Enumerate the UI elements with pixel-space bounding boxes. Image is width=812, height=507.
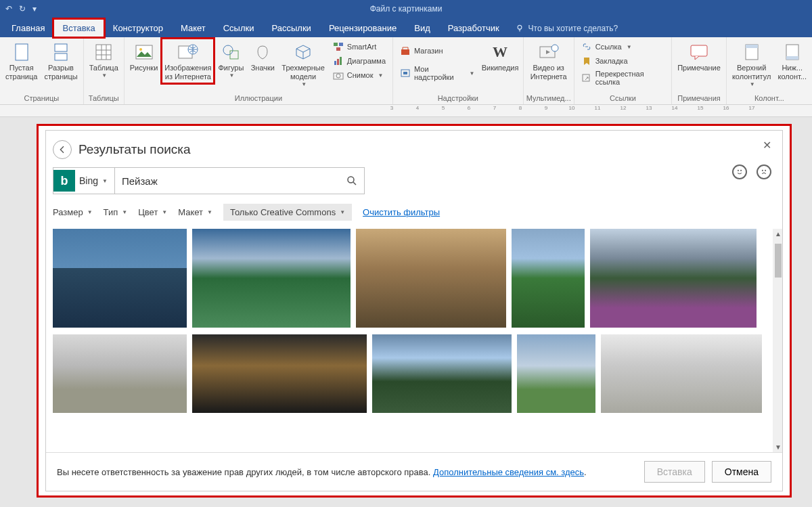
- page-break-icon: [53, 43, 68, 62]
- svg-rect-19: [337, 59, 339, 65]
- filter-size[interactable]: Размер▼: [53, 207, 93, 217]
- ribbon-tabs: Главная Вставка Конструктор Макет Ссылки…: [0, 17, 812, 37]
- svg-rect-20: [340, 57, 342, 65]
- header-button[interactable]: Верхний колонтитул▼: [729, 39, 774, 90]
- chevron-down-icon: ▼: [340, 209, 345, 215]
- tab-mailings[interactable]: Рассылки: [263, 19, 320, 37]
- result-thumbnail[interactable]: [601, 334, 762, 413]
- tab-insert[interactable]: Вставка: [53, 19, 104, 37]
- svg-rect-15: [334, 43, 338, 46]
- link-button[interactable]: Ссылка▼: [577, 40, 669, 53]
- scroll-down-icon[interactable]: ▼: [775, 443, 782, 451]
- learn-more-link[interactable]: Дополнительные сведения см. здесь: [433, 467, 584, 477]
- group-tables: Таблица ▼ Таблицы: [84, 37, 125, 104]
- blank-page-button[interactable]: Пустая страница: [3, 39, 40, 83]
- clear-filters-link[interactable]: Очистить фильтры: [363, 207, 440, 217]
- svg-rect-2: [55, 44, 67, 51]
- filter-type[interactable]: Тип▼: [104, 207, 128, 217]
- svg-point-38: [348, 177, 354, 183]
- online-pictures-button[interactable]: Изображения из Интернета: [162, 39, 214, 83]
- chart-button[interactable]: Диаграмма: [329, 54, 390, 68]
- tab-layout[interactable]: Макет: [172, 19, 215, 37]
- svg-point-0: [518, 25, 522, 29]
- chevron-down-icon: ▼: [301, 81, 307, 88]
- svg-rect-18: [334, 61, 336, 65]
- tab-view[interactable]: Вид: [405, 19, 439, 37]
- svg-rect-4: [96, 45, 111, 60]
- svg-rect-14: [230, 51, 238, 59]
- search-input[interactable]: [115, 175, 340, 187]
- tab-developer[interactable]: Разработчик: [439, 19, 508, 37]
- bookmark-button[interactable]: Закладка: [577, 54, 669, 68]
- tab-review[interactable]: Рецензирование: [320, 19, 405, 37]
- insert-button[interactable]: Вставка: [644, 461, 705, 483]
- chevron-down-icon: ▼: [162, 209, 167, 215]
- chevron-down-icon: ▼: [229, 72, 234, 79]
- results-grid: ▲ ▼: [46, 229, 782, 452]
- chevron-down-icon: ▼: [750, 81, 755, 88]
- pictures-button[interactable]: Рисунки: [127, 39, 161, 74]
- svg-point-35: [740, 170, 742, 171]
- undo-icon[interactable]: ↶: [5, 4, 12, 14]
- online-video-button[interactable]: Видео из Интернета: [528, 39, 570, 83]
- screenshot-button[interactable]: Снимок▼: [329, 68, 390, 82]
- result-thumbnail[interactable]: [517, 334, 595, 413]
- result-thumbnail[interactable]: [356, 229, 506, 328]
- svg-point-37: [765, 170, 766, 171]
- filter-cc-only[interactable]: Только Creative Commons▼: [223, 204, 352, 221]
- table-button[interactable]: Таблица ▼: [87, 39, 121, 81]
- wikipedia-button[interactable]: W Википедия: [480, 39, 520, 74]
- result-thumbnail[interactable]: [53, 334, 187, 413]
- svg-rect-23: [401, 49, 409, 55]
- results-scrollbar[interactable]: ▲ ▼: [773, 229, 782, 452]
- result-thumbnail[interactable]: [192, 229, 351, 328]
- store-button[interactable]: Магазин: [396, 44, 478, 58]
- svg-rect-3: [55, 53, 67, 60]
- bookmark-icon: [581, 56, 592, 66]
- tab-references[interactable]: Ссылки: [215, 19, 263, 37]
- footer-note: Вы несете ответственность за уважение пр…: [57, 467, 587, 477]
- search-button[interactable]: [340, 168, 364, 194]
- svg-rect-33: [786, 56, 798, 60]
- filter-layout[interactable]: Макет▼: [178, 207, 212, 217]
- footer-button[interactable]: Ниж... колонт...: [775, 39, 809, 83]
- group-pages: Пустая страница Разрыв страницы Страницы: [0, 37, 84, 104]
- svg-rect-1: [16, 44, 28, 60]
- crossref-button[interactable]: Перекрестная ссылка: [577, 68, 669, 87]
- qat-more-icon[interactable]: ▾: [32, 4, 37, 14]
- redo-icon[interactable]: ↻: [19, 4, 26, 14]
- scroll-up-icon[interactable]: ▲: [775, 230, 782, 238]
- chevron-down-icon: ▼: [122, 209, 127, 215]
- tell-me-search[interactable]: Что вы хотите сделать?: [508, 20, 625, 37]
- my-addins-button[interactable]: Мои надстройки▼: [396, 64, 478, 83]
- chevron-down-icon: ▼: [378, 72, 384, 79]
- tab-design[interactable]: Конструктор: [104, 19, 172, 37]
- cancel-button[interactable]: Отмена: [712, 461, 771, 483]
- scrollbar-thumb[interactable]: [775, 244, 782, 278]
- back-button[interactable]: [53, 140, 72, 159]
- addins-icon: [400, 68, 411, 79]
- bing-provider-chip[interactable]: b Bing ▼: [53, 167, 114, 194]
- feedback-happy-icon[interactable]: [732, 164, 747, 179]
- crossref-icon: [581, 72, 592, 83]
- 3d-models-button[interactable]: Трехмерные модели▼: [279, 39, 328, 90]
- comment-icon: [690, 44, 708, 60]
- page-break-button[interactable]: Разрыв страницы: [41, 39, 80, 83]
- result-thumbnail[interactable]: [53, 229, 187, 328]
- result-thumbnail[interactable]: [590, 229, 757, 328]
- icons-icon: [254, 44, 271, 60]
- chevron-down-icon: ▼: [207, 209, 212, 215]
- comment-button[interactable]: Примечание: [675, 39, 723, 74]
- svg-point-34: [738, 170, 739, 171]
- shapes-button[interactable]: Фигуры▼: [215, 39, 246, 81]
- result-thumbnail[interactable]: [512, 229, 585, 328]
- tab-home[interactable]: Главная: [3, 19, 53, 37]
- group-header-footer: Верхний колонтитул▼ Ниж... колонт... Кол…: [727, 37, 812, 104]
- group-addins: Магазин Мои надстройки▼ W Википедия Надс…: [393, 37, 524, 104]
- result-thumbnail[interactable]: [192, 334, 367, 413]
- feedback-sad-icon[interactable]: [757, 164, 771, 179]
- smartart-button[interactable]: SmartArt: [329, 40, 390, 53]
- filter-color[interactable]: Цвет▼: [138, 207, 167, 217]
- result-thumbnail[interactable]: [372, 334, 512, 413]
- icons-button[interactable]: Значки: [248, 39, 277, 74]
